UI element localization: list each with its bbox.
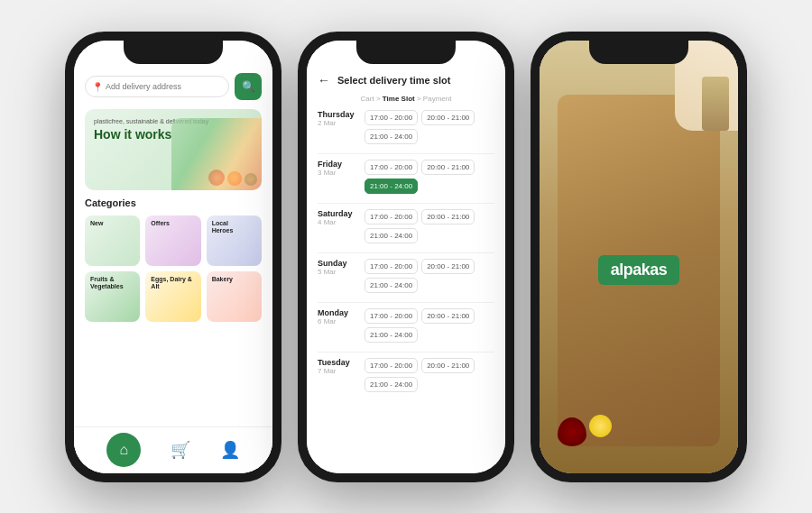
category-eggs-label: Eggs, Dairy & Alt [151, 276, 200, 291]
friday-slots: 17:00 - 20:00 20:00 - 21:00 21:00 - 24:0… [364, 160, 494, 199]
category-eggs[interactable]: Eggs, Dairy & Alt [145, 271, 200, 322]
category-offers[interactable]: Offers [145, 215, 200, 266]
monday-slot-2[interactable]: 20:00 - 21:00 [421, 308, 475, 324]
tuesday-slots: 17:00 - 20:00 20:00 - 21:00 21:00 - 24:0… [364, 358, 494, 398]
jar-left [702, 77, 729, 131]
monday-label: Monday 6 Mar [318, 308, 364, 325]
monday-slots: 17:00 - 20:00 20:00 - 21:00 21:00 - 24:0… [364, 308, 494, 348]
day-monday: Monday 6 Mar 17:00 - 20:00 20:00 - 21:00… [318, 308, 494, 348]
categories-section: Categories New Offers LocalHeroes Fruits… [74, 190, 272, 329]
friday-label: Friday 3 Mar [318, 160, 364, 177]
back-button[interactable]: ← [318, 73, 330, 87]
phone-3: alpakas [531, 32, 747, 482]
breadcrumb-cart: Cart [361, 95, 374, 103]
friday-slot-3-selected[interactable]: 21:00 - 24:00 [364, 179, 418, 194]
shopping-bag: alpakas [558, 95, 720, 446]
tuesday-name: Tuesday [318, 358, 364, 367]
categories-title: Categories [85, 197, 262, 208]
search-wrap: 📍 [85, 76, 229, 97]
category-new-label: New [90, 220, 103, 227]
timeslot-title: Select delivery time slot [337, 75, 450, 86]
saturday-name: Saturday [318, 209, 364, 218]
divider-2 [318, 203, 494, 204]
monday-slot-1[interactable]: 17:00 - 20:00 [364, 308, 418, 324]
timeslots-list: Thursday 2 Mar 17:00 - 20:00 20:00 - 21:… [307, 110, 505, 454]
day-thursday: Thursday 2 Mar 17:00 - 20:00 20:00 - 21:… [318, 110, 494, 150]
how-it-works-banner[interactable]: plasticfree, sustainable & delivered tod… [85, 109, 262, 190]
category-local-heroes[interactable]: LocalHeroes [207, 215, 262, 266]
friday-slot-1[interactable]: 17:00 - 20:00 [364, 160, 418, 175]
sunday-date: 5 Mar [318, 268, 364, 276]
category-new[interactable]: New [85, 215, 140, 266]
sunday-label: Sunday 5 Mar [318, 259, 364, 276]
divider-3 [318, 252, 494, 253]
breadcrumb-payment: Payment [423, 95, 452, 103]
monday-slot-3[interactable]: 21:00 - 24:00 [364, 327, 418, 343]
monday-date: 6 Mar [318, 317, 364, 325]
search-input[interactable] [85, 76, 229, 97]
screen-home: 📍 🔍 plasticfree, sustainable & delivered… [74, 41, 272, 473]
tuesday-label: Tuesday 7 Mar [318, 358, 364, 375]
divider-4 [318, 302, 494, 303]
breadcrumb-sep1: > [376, 95, 383, 103]
sunday-name: Sunday [318, 259, 364, 268]
nav-cart-button[interactable]: 🛒 [171, 440, 190, 460]
thursday-slots: 17:00 - 20:00 20:00 - 21:00 21:00 - 24:0… [364, 110, 494, 150]
thursday-slot-2[interactable]: 20:00 - 21:00 [421, 110, 475, 125]
bottom-nav: ⌂ 🛒 👤 [74, 426, 272, 473]
thursday-slot-1[interactable]: 17:00 - 20:00 [364, 110, 418, 125]
day-sunday: Sunday 5 Mar 17:00 - 20:00 20:00 - 21:00… [318, 259, 494, 298]
saturday-slot-3[interactable]: 21:00 - 24:00 [364, 228, 418, 243]
screen-timeslot: ← Select delivery time slot Cart > Time … [307, 41, 505, 473]
friday-slot-2[interactable]: 20:00 - 21:00 [421, 160, 475, 175]
category-local-label: LocalHeroes [212, 220, 234, 235]
search-icon: 🔍 [242, 80, 255, 93]
search-button[interactable]: 🔍 [235, 73, 262, 100]
brand-photo: alpakas [540, 41, 738, 473]
notch-3 [589, 41, 688, 64]
day-tuesday: Tuesday 7 Mar 17:00 - 20:00 20:00 - 21:0… [318, 358, 494, 398]
timeslot-header: ← Select delivery time slot [307, 66, 505, 93]
breadcrumb-timeslot: Time Slot [383, 95, 415, 103]
divider-5 [318, 352, 494, 353]
thursday-date: 2 Mar [318, 119, 364, 127]
friday-name: Friday [318, 160, 364, 169]
category-bakery-label: Bakery [212, 276, 233, 283]
home-icon: ⌂ [119, 442, 128, 458]
saturday-date: 4 Mar [318, 218, 364, 226]
saturday-slot-2[interactable]: 20:00 - 21:00 [421, 209, 475, 224]
alpakas-logo: alpakas [598, 255, 680, 285]
sunday-slot-3[interactable]: 21:00 - 24:00 [364, 278, 418, 293]
tuesday-date: 7 Mar [318, 367, 364, 375]
cart-icon: 🛒 [171, 441, 190, 459]
lemon [589, 415, 612, 437]
thursday-slot-3[interactable]: 21:00 - 24:00 [364, 129, 418, 144]
breadcrumb-sep2: > [417, 95, 423, 103]
sunday-slot-1[interactable]: 17:00 - 20:00 [364, 259, 418, 274]
saturday-label: Saturday 4 Mar [318, 209, 364, 226]
tuesday-slot-1[interactable]: 17:00 - 20:00 [364, 358, 418, 373]
divider-1 [318, 153, 494, 154]
nav-home-button[interactable]: ⌂ [106, 433, 141, 467]
category-fruits[interactable]: Fruits &Vegetables [85, 271, 140, 322]
category-offers-label: Offers [151, 220, 170, 227]
user-icon: 👤 [220, 441, 240, 459]
tuesday-slot-3[interactable]: 21:00 - 24:00 [364, 377, 418, 392]
saturday-slot-1[interactable]: 17:00 - 20:00 [364, 209, 418, 224]
search-bar: 📍 🔍 [85, 73, 262, 100]
breadcrumb: Cart > Time Slot > Payment [307, 93, 505, 110]
pin-icon: 📍 [92, 81, 103, 91]
category-bakery[interactable]: Bakery [207, 271, 262, 322]
thursday-label: Thursday 2 Mar [318, 110, 364, 127]
nav-user-button[interactable]: 👤 [220, 440, 240, 460]
category-fruits-label: Fruits &Vegetables [90, 276, 124, 291]
phone-2: ← Select delivery time slot Cart > Time … [298, 32, 514, 482]
categories-grid: New Offers LocalHeroes Fruits &Vegetable… [85, 215, 262, 322]
saturday-slots: 17:00 - 20:00 20:00 - 21:00 21:00 - 24:0… [364, 209, 494, 249]
monday-name: Monday [318, 308, 364, 317]
thursday-name: Thursday [318, 110, 364, 119]
tuesday-slot-2[interactable]: 20:00 - 21:00 [421, 358, 475, 373]
notch-1 [124, 41, 223, 64]
sunday-slot-2[interactable]: 20:00 - 21:00 [421, 259, 475, 274]
notch-2 [356, 41, 456, 64]
